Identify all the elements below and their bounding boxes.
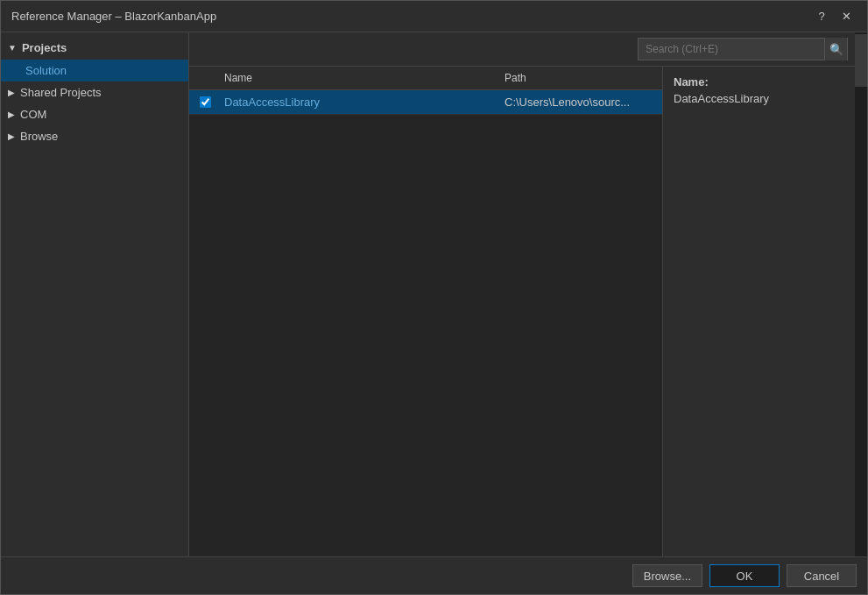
title-bar-controls: ? ✕: [811, 8, 857, 25]
projects-chevron-icon: ▼: [8, 43, 17, 53]
reference-manager-dialog: Reference Manager – BlazorKanbanApp ? ✕ …: [0, 0, 868, 595]
sidebar-com-label: COM: [20, 108, 46, 121]
table-body: DataAccessLibrary C:\Users\Lenovo\sourc.…: [189, 90, 662, 556]
browse-chevron-icon: ▶: [8, 131, 15, 141]
action-bar: Browse... OK Cancel: [1, 556, 867, 594]
sidebar-item-com[interactable]: ▶ COM: [1, 103, 188, 125]
close-button[interactable]: ✕: [836, 8, 857, 25]
shared-projects-chevron-icon: ▶: [8, 88, 15, 97]
detail-panel: Name: DataAccessLibrary: [662, 67, 855, 556]
table-area: Name Path DataAccessLibrary C:\Users\Len…: [189, 67, 662, 556]
table-name-header: Name: [221, 70, 501, 86]
window-title: Reference Manager – BlazorKanbanApp: [11, 10, 216, 23]
search-box: 🔍: [638, 38, 848, 60]
sidebar: ▼ Projects Solution ▶ Shared Projects ▶ …: [1, 32, 189, 556]
dialog-body: ▼ Projects Solution ▶ Shared Projects ▶ …: [1, 32, 867, 556]
sidebar-root[interactable]: ▼ Projects: [1, 36, 188, 60]
right-strip: [855, 32, 867, 556]
search-input[interactable]: [639, 43, 824, 55]
browse-button[interactable]: Browse...: [632, 564, 702, 587]
search-button[interactable]: 🔍: [824, 38, 847, 60]
sidebar-item-browse[interactable]: ▶ Browse: [1, 125, 188, 147]
table-row-path: C:\Users\Lenovo\sourc...: [501, 94, 662, 110]
com-chevron-icon: ▶: [8, 110, 15, 119]
detail-name-value: DataAccessLibrary: [674, 92, 844, 105]
sidebar-item-solution[interactable]: Solution: [1, 60, 188, 81]
content-split: Name Path DataAccessLibrary C:\Users\Len…: [189, 67, 855, 556]
sidebar-shared-projects-label: Shared Projects: [20, 86, 102, 99]
table-checkbox-column: [189, 70, 221, 86]
sidebar-root-label: Projects: [22, 41, 67, 54]
sidebar-item-shared-projects[interactable]: ▶ Shared Projects: [1, 81, 188, 103]
table-row-checkbox-cell[interactable]: [189, 96, 221, 108]
cancel-button[interactable]: Cancel: [787, 564, 857, 587]
table-row-name: DataAccessLibrary: [221, 94, 501, 110]
ok-button[interactable]: OK: [709, 564, 780, 587]
detail-name-label: Name:: [674, 75, 844, 89]
right-strip-tab: [855, 34, 867, 87]
title-bar: Reference Manager – BlazorKanbanApp ? ✕: [1, 1, 867, 32]
help-button[interactable]: ?: [811, 8, 832, 25]
sidebar-browse-label: Browse: [20, 130, 58, 143]
table-header: Name Path: [189, 67, 662, 90]
table-path-header: Path: [501, 70, 662, 86]
row-checkbox[interactable]: [200, 96, 211, 108]
main-content: 🔍 Name Path: [189, 32, 855, 556]
table-row[interactable]: DataAccessLibrary C:\Users\Lenovo\sourc.…: [189, 90, 662, 115]
sidebar-solution-label: Solution: [25, 64, 67, 77]
top-bar: 🔍: [189, 32, 855, 67]
